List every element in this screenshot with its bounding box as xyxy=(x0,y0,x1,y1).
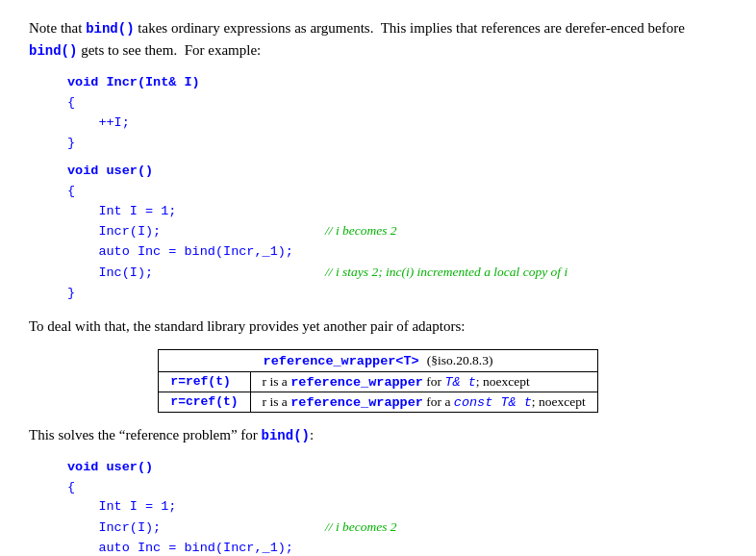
table-row-cref: r=cref(t) r is a reference_wrapper for a… xyxy=(159,392,597,412)
table-cell-rfn-cref: r=cref(t) xyxy=(159,392,250,412)
code-line-auto-inc: auto Inc = bind(Incr,_1); xyxy=(67,242,727,263)
reference-wrapper-table-container: reference_wrapper<T> (§iso.20.8.3) r=ref… xyxy=(29,349,727,413)
bind0-ref-3: bind() xyxy=(262,428,310,443)
table-header: reference_wrapper<T> (§iso.20.8.3) xyxy=(159,349,597,371)
code-line-incr-close: } xyxy=(67,134,727,154)
code-line-incr-open: { xyxy=(67,93,727,114)
table-cell-rfn-ref: r=ref(t) xyxy=(159,371,250,392)
bind0-ref-2: bind() xyxy=(29,43,77,59)
para2: To deal with that, the standard library … xyxy=(29,316,727,338)
code-line-auto-inc2: auto Inc = bind(Incr,_1); xyxy=(67,539,727,556)
code-line-inc-i: Inc(I); // i stays 2; inc(i) incremented… xyxy=(67,263,727,284)
code-line-user1-close: } xyxy=(67,284,727,304)
code-line-user2-open: { xyxy=(67,478,727,498)
para3: This solves the “reference problem” for … xyxy=(29,424,727,446)
code-line-user2-sig: void user() xyxy=(67,458,727,478)
code-line-user1-open: { xyxy=(67,182,727,202)
code-line-user1-sig: void user() xyxy=(67,162,727,182)
table-cell-desc-ref: r is a reference_wrapper for T& t; noexc… xyxy=(250,371,597,392)
table-row-ref: r=ref(t) r is a reference_wrapper for T&… xyxy=(159,371,597,392)
code-line-incr-call: Incr(I); // i becomes 2 xyxy=(67,221,727,242)
code-block-incr: void Incr(Int& I) { ++I; } xyxy=(67,73,727,154)
code-line-incr-body: ++I; xyxy=(67,114,727,134)
bind0-ref-1: bind() xyxy=(86,21,134,37)
intro-paragraph: Note that bind() takes ordinary expressi… xyxy=(29,17,727,62)
code-block-user2: void user() { Int I = 1; Incr(I); // i b… xyxy=(67,458,727,556)
code-line-int-i2: Int I = 1; xyxy=(67,497,727,518)
code-line-incr-sig: void Incr(Int& I) xyxy=(67,73,727,93)
code-line-int-i: Int I = 1; xyxy=(67,202,727,222)
code-block-user1: void user() { Int I = 1; Incr(I); // i b… xyxy=(67,162,727,304)
reference-wrapper-table: reference_wrapper<T> (§iso.20.8.3) r=ref… xyxy=(158,349,597,413)
code-line-incr-call2: Incr(I); // i becomes 2 xyxy=(67,518,727,539)
table-cell-desc-cref: r is a reference_wrapper for a const T& … xyxy=(250,392,597,412)
